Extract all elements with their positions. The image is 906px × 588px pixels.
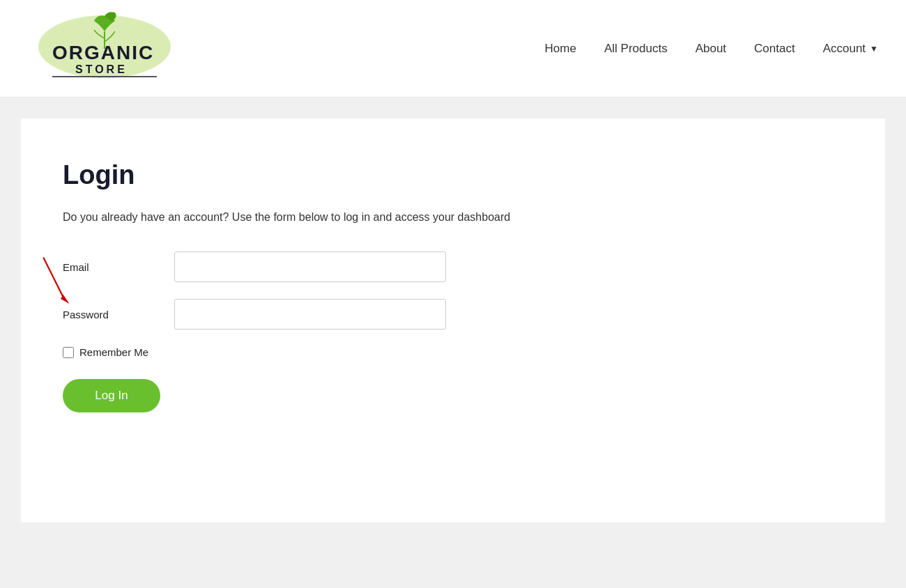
login-card: Login Do you already have an account? Us… [21, 118, 885, 523]
main-content: Login Do you already have an account? Us… [0, 98, 906, 588]
arrow-annotation [35, 254, 77, 310]
chevron-down-icon: ▼ [870, 44, 878, 54]
email-row: Email [63, 252, 495, 282]
password-label: Password [63, 309, 174, 320]
nav-all-products[interactable]: All Products [604, 42, 668, 56]
email-label: Email [63, 261, 174, 273]
login-form: Email Password Remember Me Log In [63, 252, 495, 412]
login-subtitle: Do you already have an account? Use the … [63, 211, 843, 224]
nav-account[interactable]: Account ▼ [823, 42, 878, 56]
email-input[interactable] [174, 252, 446, 282]
site-header: ORGANIC STORE Home All Products About Co… [0, 0, 906, 98]
remember-label[interactable]: Remember Me [79, 346, 148, 358]
remember-checkbox[interactable] [63, 347, 74, 358]
svg-text:ORGANIC: ORGANIC [52, 42, 154, 63]
svg-line-5 [43, 257, 65, 300]
main-nav: Home All Products About Contact Account … [545, 42, 878, 56]
nav-contact[interactable]: Contact [754, 42, 795, 56]
svg-text:STORE: STORE [75, 63, 128, 75]
remember-row: Remember Me [63, 346, 495, 358]
password-row: Password [63, 299, 495, 330]
nav-home[interactable]: Home [545, 42, 576, 56]
nav-about[interactable]: About [696, 42, 726, 56]
login-title: Login [63, 160, 843, 190]
login-button[interactable]: Log In [63, 379, 160, 412]
password-input[interactable] [174, 299, 446, 330]
logo[interactable]: ORGANIC STORE [28, 10, 181, 87]
